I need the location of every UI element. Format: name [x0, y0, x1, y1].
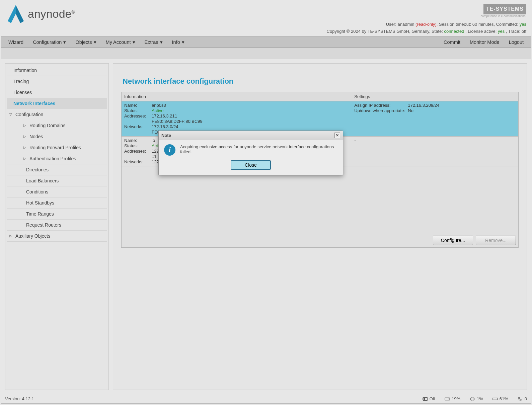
- header: anynode® TE-SYSTEMS competence in e-comm…: [1, 1, 531, 36]
- page-title: Network interface configuration: [123, 77, 519, 86]
- sidebar-item-hot-standbys[interactable]: Hot Standbys: [7, 197, 107, 209]
- value-updown: No: [408, 108, 413, 113]
- trace-value: off: [522, 29, 526, 34]
- content-area: Information Tracing Licenses Network Int…: [1, 59, 531, 394]
- sidebar-item-routing-forward-profiles[interactable]: ▷Routing Forward Profiles: [7, 142, 107, 153]
- label-addresses: Addresses:: [124, 149, 152, 154]
- menu-objects[interactable]: Objects▾: [71, 37, 101, 48]
- phone-icon: [518, 397, 523, 401]
- label-updown: Up/down when approriate:: [354, 108, 408, 113]
- footer: Version: 4.12.1 Off 19% 1% 61% 0: [1, 394, 531, 403]
- svg-point-3: [448, 398, 449, 399]
- committed-value: yes: [520, 22, 526, 27]
- sidebar-item-information[interactable]: Information: [7, 65, 107, 76]
- main-panel: Network interface configuration Informat…: [113, 63, 527, 390]
- label-name: Name:: [124, 138, 152, 143]
- sidebar-item-aux-objects[interactable]: ▷Auxiliary Objects: [7, 231, 107, 242]
- state-value: connected: [444, 29, 464, 34]
- triangle-right-icon: ▷: [9, 234, 12, 238]
- svg-rect-4: [471, 398, 474, 400]
- menu-myaccount[interactable]: My Account▾: [101, 37, 140, 48]
- user-label: User:: [386, 22, 396, 27]
- value-assign: 172.16.3.209/24: [408, 103, 439, 108]
- state-label: State:: [432, 29, 443, 34]
- record-icon: [423, 397, 428, 401]
- lic-value: yes: [498, 29, 505, 34]
- svg-point-1: [423, 398, 425, 400]
- menu-logout[interactable]: Logout: [504, 37, 528, 48]
- sidebar-item-auth-profiles[interactable]: ▷Authentication Profiles: [7, 153, 107, 164]
- triangle-right-icon: ▷: [23, 124, 26, 127]
- status-trace: Off: [423, 396, 435, 401]
- status-memory: 61%: [492, 396, 508, 401]
- status-disk: 19%: [445, 396, 460, 401]
- value-name: lo: [152, 138, 155, 143]
- menu-monitor[interactable]: Monitor Mode: [465, 37, 504, 48]
- version-label: Version:: [5, 396, 21, 401]
- sidebar-item-nodes[interactable]: ▷Nodes: [7, 131, 107, 142]
- caret-down-icon: ▾: [63, 39, 66, 45]
- caret-down-icon: ▾: [160, 39, 163, 45]
- triangle-down-icon: ▽: [9, 112, 12, 116]
- sidebar-item-tracing[interactable]: Tracing: [7, 76, 107, 87]
- menu-commit[interactable]: Commit: [439, 37, 465, 48]
- remove-button[interactable]: Remove...: [476, 236, 516, 245]
- value-status: Active: [152, 108, 163, 113]
- label-status: Status:: [124, 143, 152, 148]
- close-button[interactable]: Close: [231, 160, 271, 170]
- dialog-title: Note: [161, 133, 171, 138]
- caret-down-icon: ▾: [94, 39, 96, 45]
- caret-down-icon: ▾: [182, 39, 184, 45]
- triangle-right-icon: ▷: [23, 135, 26, 138]
- logo-icon: [6, 4, 26, 24]
- logo-area: anynode®: [6, 4, 75, 24]
- table-empty-area: [122, 166, 518, 233]
- readonly-badge: (read-only),: [415, 22, 438, 27]
- caret-down-icon: ▾: [133, 39, 135, 45]
- col-header-information: Information: [122, 92, 352, 101]
- lic-label: , License active:: [465, 29, 497, 34]
- sidebar-item-directories[interactable]: Directories: [7, 164, 107, 175]
- close-icon[interactable]: ✕: [334, 133, 340, 138]
- menu-configuration[interactable]: Configuration▾: [28, 37, 71, 48]
- value-name: enp0s3: [152, 103, 166, 108]
- svg-rect-13: [493, 398, 498, 400]
- triangle-right-icon: ▷: [23, 146, 26, 149]
- value-address2: ::1: [152, 154, 156, 159]
- info-icon: i: [164, 144, 175, 156]
- configure-button[interactable]: Configure...: [433, 236, 473, 245]
- note-dialog: Note ✕ i Acquiring exclusive access for …: [158, 131, 343, 175]
- trace-label: , Trace:: [506, 29, 520, 34]
- label-networks: Networks:: [124, 159, 152, 164]
- sidebar: Information Tracing Licenses Network Int…: [5, 63, 109, 390]
- sidebar-item-load-balancers[interactable]: Load Balancers: [7, 175, 107, 186]
- sidebar-item-licenses[interactable]: Licenses: [7, 87, 107, 98]
- value-settings-none: -: [354, 138, 516, 143]
- value-network1: 172.16.3.0/24: [152, 124, 178, 129]
- sidebar-item-conditions[interactable]: Conditions: [7, 186, 107, 197]
- menu-wizard[interactable]: Wizard: [4, 37, 28, 48]
- menu-extras[interactable]: Extras▾: [140, 37, 167, 48]
- sidebar-item-routing-domains[interactable]: ▷Routing Domains: [7, 120, 107, 131]
- disk-icon: [445, 397, 450, 401]
- memory-icon: [492, 397, 498, 401]
- menu-info[interactable]: Info▾: [167, 37, 189, 48]
- logo-text: anynode®: [28, 7, 75, 20]
- brand-tag: competence in e-communications.: [327, 14, 526, 18]
- menubar: Wizard Configuration▾ Objects▾ My Accoun…: [1, 36, 531, 48]
- sidebar-item-time-ranges[interactable]: Time Ranges: [7, 209, 107, 220]
- session-value: 60 minutes,: [472, 22, 495, 27]
- sidebar-item-network-interfaces[interactable]: Network Interfaces: [7, 98, 107, 109]
- sidebar-item-configuration[interactable]: ▽Configuration: [7, 109, 107, 120]
- sidebar-item-request-routers[interactable]: Request Routers: [7, 220, 107, 231]
- triangle-right-icon: ▷: [23, 157, 26, 160]
- status-calls: 0: [518, 396, 527, 401]
- status-cpu: 1%: [470, 396, 483, 401]
- session-label: Session timeout:: [439, 22, 471, 27]
- value-address2: FE80::3A9:D2FF:80:BC99: [152, 119, 203, 124]
- header-right: TE-SYSTEMS competence in e-communication…: [327, 4, 526, 35]
- cpu-icon: [470, 397, 475, 401]
- brand-name: TE-SYSTEMS: [483, 4, 526, 14]
- label-status: Status:: [124, 108, 152, 113]
- sub-bar: [1, 48, 531, 59]
